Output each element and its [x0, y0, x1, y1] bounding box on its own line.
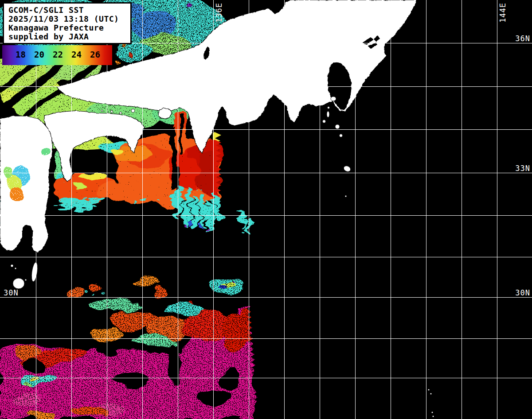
colorbar-tick-22: 22	[53, 50, 63, 59]
island-niijima	[327, 111, 329, 117]
lon-label-144e: 144E	[498, 3, 507, 23]
island-oshima	[331, 97, 336, 101]
island-mikurajima	[340, 134, 343, 137]
island-kozushima	[323, 120, 326, 123]
colorbar-tick-18: 18	[16, 50, 26, 59]
title-box: GCOM-C/SGLI SST 2025/11/03 13:18 (UTC) K…	[3, 2, 132, 44]
island-yakushima	[13, 278, 24, 289]
lon-label-136e: 136E	[215, 3, 223, 23]
title-product: GCOM-C/SGLI SST	[8, 6, 127, 15]
colorbar-tick-26: 26	[90, 50, 100, 59]
lat-label-33n: 33N	[515, 164, 530, 173]
title-credit: supplied by JAXA	[8, 32, 127, 41]
colorbar-tick-20: 20	[34, 50, 44, 59]
colorbar: 18 20 22 24 26	[2, 45, 112, 65]
island-toshima	[328, 107, 330, 109]
sst-satellite-image: 136E 144E 36N 33N 30N 30N GCOM-C/SGLI SS…	[0, 0, 532, 419]
title-region: Kanagawa Prefecture	[8, 23, 127, 32]
island-aogashima	[345, 195, 347, 197]
colorbar-tick-24: 24	[71, 50, 82, 59]
lat-label-30n-right: 30N	[515, 288, 530, 297]
island-awaji	[158, 108, 172, 119]
lat-label-36n: 36N	[515, 34, 530, 43]
lat-label-30n-left: 30N	[4, 288, 19, 297]
island-miyakejima	[335, 124, 340, 129]
title-datetime: 2025/11/03 13:18 (UTC)	[8, 15, 127, 23]
